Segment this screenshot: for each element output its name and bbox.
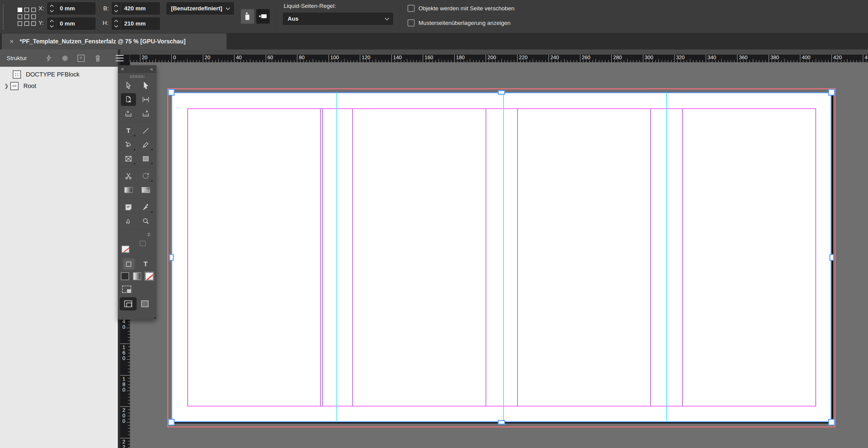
panel-grip[interactable] <box>3 4 4 29</box>
tree-item-doctype[interactable]: DOCTYPE PFBlock <box>0 69 80 79</box>
y-stepper[interactable] <box>48 18 56 29</box>
page-handle-sw[interactable] <box>168 419 175 425</box>
normal-screen-mode-button[interactable] <box>120 297 137 311</box>
view-options-icon[interactable] <box>122 286 131 293</box>
height-field[interactable]: 210 mm <box>112 18 160 30</box>
ruler-tick <box>128 381 130 382</box>
close-icon[interactable]: × <box>121 66 124 72</box>
fill-box-none[interactable] <box>122 246 129 253</box>
ruler-tick <box>256 60 256 62</box>
ruler-tick <box>611 55 612 62</box>
drag-grip[interactable] <box>130 75 144 78</box>
ruler-tick <box>128 444 130 444</box>
eyedropper-tool[interactable] <box>138 201 153 214</box>
type-tool[interactable]: T <box>121 124 136 137</box>
pen-tool[interactable] <box>121 138 136 151</box>
page-tool[interactable] <box>121 93 136 106</box>
fold-guide[interactable] <box>666 92 667 422</box>
width-stepper[interactable] <box>112 3 121 14</box>
gradient-feather-tool[interactable] <box>138 184 153 196</box>
x-stepper[interactable] <box>48 3 56 14</box>
page-handle-n[interactable] <box>498 90 505 95</box>
y-field[interactable]: 0 mm <box>48 18 95 30</box>
ruler-tick <box>269 60 269 62</box>
expand-chevron-icon[interactable]: ❯ <box>2 83 10 89</box>
ruler-tick <box>847 59 847 62</box>
hand-tool[interactable] <box>121 215 136 228</box>
x-label: X: <box>38 5 44 11</box>
margin-guides[interactable] <box>187 108 816 407</box>
page-handle-w[interactable] <box>169 254 174 261</box>
page-handle-se[interactable] <box>828 419 835 425</box>
horizontal-ruler[interactable]: 2002040608010012014016018020022024026028… <box>120 55 868 62</box>
column-guide[interactable] <box>486 108 486 407</box>
tools-panel-header[interactable]: × « <box>118 65 156 73</box>
apply-gradient-button[interactable] <box>133 272 141 280</box>
page-size-preset-dropdown[interactable]: [Benutzerdefiniert] <box>166 2 234 14</box>
ruler-tick <box>674 55 675 62</box>
page-handle-ne[interactable] <box>828 89 835 96</box>
formatting-affects-container-button[interactable] <box>123 258 135 270</box>
gap-tool[interactable] <box>138 93 153 106</box>
swap-fill-stroke-icon[interactable] <box>146 232 152 239</box>
stroke-box[interactable] <box>140 241 146 246</box>
panel-menu-icon[interactable] <box>116 54 124 62</box>
frame-tool[interactable] <box>121 152 136 165</box>
rectangle-tool[interactable] <box>138 152 153 165</box>
add-element-icon[interactable]: + <box>78 55 85 62</box>
zoom-tool[interactable] <box>138 215 153 228</box>
column-guide[interactable] <box>682 108 683 407</box>
ruler-label: 220 <box>519 55 528 60</box>
page-handle-e[interactable] <box>830 254 834 261</box>
fill-stroke-indicator[interactable] <box>118 239 156 257</box>
apply-color-button[interactable] <box>121 272 129 280</box>
selection-tool[interactable] <box>121 79 136 92</box>
fold-guide[interactable] <box>503 92 504 422</box>
portrait-orientation-button[interactable] <box>241 9 254 24</box>
preview-screen-mode-button[interactable] <box>137 297 154 311</box>
gradient-swatch-tool[interactable] <box>121 184 136 196</box>
show-master-overlay-checkbox[interactable] <box>408 20 414 26</box>
content-collector-tool[interactable] <box>121 107 136 120</box>
note-tool[interactable] <box>121 201 136 214</box>
ruler-tick <box>800 55 800 62</box>
delete-element-icon[interactable] <box>94 54 101 62</box>
validate-structure-icon[interactable] <box>45 54 52 62</box>
ruler-tick <box>128 419 130 419</box>
tree-item-root[interactable]: ❯ <> Root <box>0 81 36 91</box>
objects-move-with-page-checkbox[interactable] <box>408 5 414 12</box>
liquid-rule-dropdown[interactable]: Aus <box>283 13 393 25</box>
ruler-tick <box>797 60 797 62</box>
formatting-affects-text-button[interactable]: T <box>140 258 152 270</box>
pencil-tool[interactable] <box>138 138 153 151</box>
scissors-tool[interactable] <box>121 170 136 183</box>
direct-selection-tool[interactable] <box>138 79 153 92</box>
page-handle-s[interactable] <box>498 420 505 425</box>
height-stepper[interactable] <box>112 18 121 29</box>
fold-guide[interactable] <box>337 92 337 422</box>
ruler-label: 180 <box>456 55 465 60</box>
collapse-icon[interactable]: « <box>150 66 153 72</box>
column-guide[interactable] <box>320 108 321 407</box>
column-guide[interactable] <box>517 108 518 407</box>
page-handle-nw[interactable] <box>168 89 175 96</box>
apply-none-button[interactable] <box>145 272 153 280</box>
ruler-tick <box>369 60 370 62</box>
reference-point-proxy[interactable] <box>18 8 36 26</box>
content-placer-tool[interactable] <box>138 107 153 120</box>
document-tab[interactable]: × *PF_Template_Nutzen_Fensterfalz @ 75 %… <box>2 33 226 50</box>
ruler-label: 420 <box>833 55 842 60</box>
column-guide[interactable] <box>322 108 323 407</box>
ruler-tick <box>778 60 778 62</box>
ruler-tick <box>168 60 168 62</box>
landscape-orientation-button[interactable] <box>256 9 270 24</box>
line-tool[interactable] <box>138 124 153 137</box>
width-field[interactable]: 420 mm <box>112 2 160 14</box>
column-guide[interactable] <box>352 108 353 407</box>
ruler-tick <box>464 60 464 62</box>
column-guide[interactable] <box>650 108 651 407</box>
ruler-tick <box>128 331 130 331</box>
x-field[interactable]: 0 mm <box>48 2 95 14</box>
free-transform-tool[interactable] <box>138 170 153 183</box>
close-tab-icon[interactable]: × <box>10 38 14 45</box>
